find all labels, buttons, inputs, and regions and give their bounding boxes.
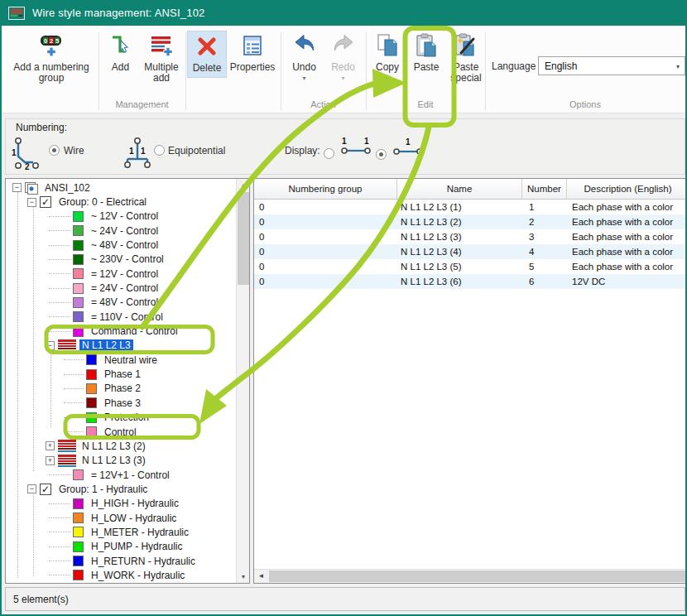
- paste-special-icon: [454, 31, 478, 60]
- column-header[interactable]: Name: [397, 179, 522, 199]
- tree-item[interactable]: H_PUMP - Hydraulic: [6, 540, 236, 554]
- scroll-left-icon[interactable]: ◄: [254, 570, 268, 583]
- tree-item[interactable]: = 12V - Control: [6, 267, 236, 281]
- tree-expander-icon[interactable]: −: [12, 183, 22, 192]
- tree-item[interactable]: −N L1 L2 L3: [6, 339, 236, 353]
- wire-color-swatch: [73, 570, 84, 580]
- equipotential-numbering-icon: 1 1: [122, 134, 153, 171]
- tree-item[interactable]: H_METER - Hydraulic: [6, 525, 236, 539]
- table-row[interactable]: 0N L1 L2 L3 (1)1Each phase with a color: [254, 200, 687, 214]
- numbering-groupbox: Numbering: 1 2 Wire 1 1 Equipotenti: [5, 118, 685, 175]
- tree-item[interactable]: H_RETURN - Hydraulic: [6, 554, 236, 568]
- tree-item[interactable]: −✓Group: 2 - Pneumatic: [6, 583, 236, 584]
- copy-button[interactable]: Copy: [369, 31, 406, 73]
- table-cell: 5: [522, 259, 567, 274]
- table-scrollbar-thumb[interactable]: [269, 570, 687, 582]
- tree-item[interactable]: Protection: [6, 411, 236, 425]
- tree-item[interactable]: = 12V+1 - Control: [6, 468, 236, 482]
- tree-connector: [49, 302, 70, 303]
- language-combobox[interactable]: English ▾: [538, 56, 685, 75]
- tree-item-label: N L1 L2 L3 (3): [79, 455, 148, 466]
- wire-radio[interactable]: [49, 145, 60, 156]
- column-header[interactable]: Numbering group: [254, 179, 397, 199]
- table-cell: 0: [254, 259, 397, 274]
- tree-expander-icon[interactable]: +: [46, 441, 55, 450]
- title-bar: Wire style management: ANSI_102: [0, 0, 687, 26]
- tree-item[interactable]: Control: [6, 425, 236, 439]
- table-row[interactable]: 0N L1 L2 L3 (6)612V DC: [254, 274, 687, 289]
- svg-text:2: 2: [50, 37, 53, 45]
- tree-item[interactable]: ~ 12V - Control: [6, 209, 236, 224]
- tree-item-label: H_METER - Hydraulic: [89, 527, 191, 538]
- display-option1-radio[interactable]: [324, 148, 334, 159]
- column-header[interactable]: Description (English): [567, 179, 687, 199]
- table-cell: 0: [254, 214, 397, 229]
- add-button[interactable]: Add: [102, 31, 139, 73]
- wire-color-swatch: [73, 311, 84, 322]
- equipotential-radio[interactable]: [154, 145, 165, 156]
- table-row[interactable]: 0N L1 L2 L3 (2)2Each phase with a color: [254, 214, 687, 229]
- tree-item[interactable]: +N L1 L2 L3 (2): [6, 439, 236, 453]
- tree-expander-icon[interactable]: +: [46, 456, 55, 465]
- tree-item[interactable]: = 48V - Control: [6, 296, 236, 310]
- tree-checkbox[interactable]: ✓: [40, 196, 51, 208]
- tree-scrollbar-thumb[interactable]: [238, 192, 249, 285]
- tree-expander-icon[interactable]: −: [27, 484, 36, 493]
- tree-item-label: Neutral wire: [102, 354, 160, 366]
- wire-color-swatch: [73, 469, 84, 480]
- tree-item-label: Group: 1 - Hydraulic: [56, 484, 150, 495]
- table-horizontal-scrollbar[interactable]: ◄: [254, 569, 687, 583]
- scroll-up-icon[interactable]: ▲: [237, 179, 250, 191]
- table-row[interactable]: 0N L1 L2 L3 (5)5Each phase with a color: [254, 259, 687, 274]
- tree-connector: [64, 402, 84, 403]
- tree-item[interactable]: Phase 3: [6, 396, 236, 410]
- tree-item[interactable]: ~ 230V - Control: [6, 253, 236, 267]
- toolbar-separator: [366, 32, 367, 110]
- paste-button[interactable]: Paste: [408, 31, 444, 73]
- tree-expander-icon[interactable]: −: [46, 341, 55, 350]
- tree-expander-icon[interactable]: −: [27, 198, 36, 207]
- display-option2-radio[interactable]: [376, 149, 387, 160]
- tree-connector: [49, 532, 70, 532]
- tree-item-label: Phase 2: [102, 383, 143, 394]
- tree-item[interactable]: Phase 2: [6, 382, 236, 396]
- tree-connector: [64, 417, 84, 418]
- column-header[interactable]: Number: [522, 179, 567, 199]
- tree-connector: [49, 316, 70, 317]
- tree-item[interactable]: ~ 48V - Control: [6, 238, 236, 252]
- wire-color-swatch: [73, 513, 84, 523]
- tree-connector: [64, 388, 84, 389]
- paste-special-button[interactable]: Paste special: [446, 31, 486, 84]
- properties-button[interactable]: Properties: [228, 31, 277, 73]
- tree-item[interactable]: ~ 24V - Control: [6, 224, 236, 238]
- tree-item-label: Group: 0 - Electrical: [56, 196, 149, 208]
- table-row[interactable]: 0N L1 L2 L3 (4)4Each phase with a color: [254, 244, 687, 259]
- tree-item[interactable]: −✓Group: 0 - Electrical: [6, 195, 236, 209]
- tree-checkbox[interactable]: ✓: [40, 484, 51, 495]
- tree-item[interactable]: Phase 1: [6, 367, 236, 381]
- tree-item[interactable]: Command - Control: [6, 324, 236, 338]
- tree-vertical-scrollbar[interactable]: ▲ ▼: [236, 179, 249, 583]
- wire-color-swatch: [73, 297, 84, 308]
- add-numbering-group-button[interactable]: 0 2 5 Add a numbering group: [7, 31, 96, 84]
- tree-item-label: H_LOW - Hydraulic: [89, 513, 179, 524]
- tree-item[interactable]: −✓Group: 1 - Hydraulic: [6, 482, 236, 496]
- tree-item[interactable]: = 24V - Control: [6, 281, 236, 295]
- group-caption-edit: Edit: [366, 99, 485, 109]
- multiple-add-button[interactable]: Multiple add: [140, 31, 183, 84]
- tree-item[interactable]: = 110V - Control: [6, 310, 236, 324]
- tree-item[interactable]: −ANSI_102: [6, 180, 236, 195]
- scroll-down-icon[interactable]: ▼: [237, 570, 250, 583]
- table-row[interactable]: 0N L1 L2 L3 (3)3Each phase with a color: [254, 229, 687, 244]
- tree-connector: [64, 374, 84, 375]
- undo-dropdown-arrow[interactable]: ▾: [302, 75, 305, 82]
- tree-item[interactable]: +N L1 L2 L3 (3): [6, 454, 236, 468]
- window-title: Wire style management: ANSI_102: [32, 7, 205, 19]
- undo-button[interactable]: Undo ▾: [286, 31, 323, 82]
- tree-item[interactable]: Neutral wire: [6, 353, 236, 367]
- delete-button[interactable]: Delete: [187, 31, 227, 78]
- tree-item[interactable]: H_LOW - Hydraulic: [6, 511, 236, 525]
- tree-item[interactable]: H_HIGH - Hydraulic: [6, 497, 236, 511]
- wire-color-swatch: [73, 240, 84, 251]
- tree-item[interactable]: H_WORK - Hydraulic: [6, 568, 236, 582]
